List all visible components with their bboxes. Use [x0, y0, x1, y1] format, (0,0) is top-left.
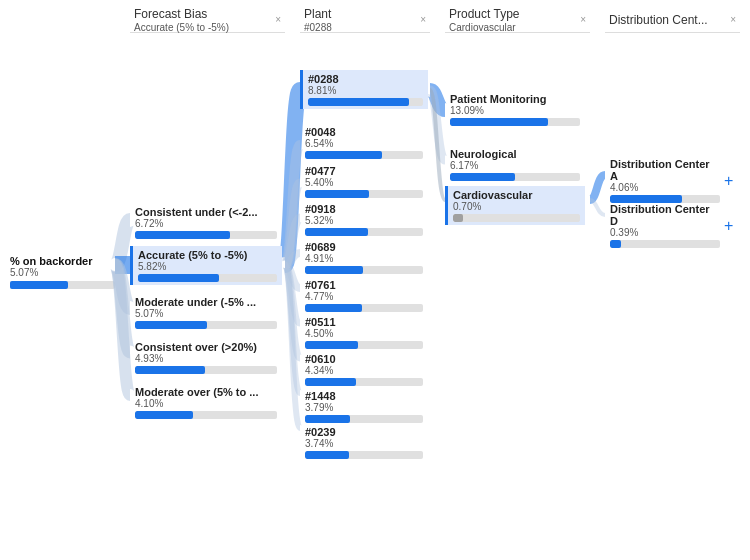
bar-container	[135, 321, 277, 329]
bar-container	[453, 214, 580, 222]
node-value: 6.17%	[450, 160, 580, 171]
dist-a-plus-button[interactable]: +	[724, 172, 733, 190]
bar-container	[450, 173, 580, 181]
node-value: 13.09%	[450, 105, 580, 116]
product-type-close[interactable]: ×	[580, 14, 586, 25]
bar-fill	[305, 190, 369, 198]
bar-container	[305, 341, 423, 349]
node-label: #0288	[308, 73, 423, 85]
bar-container	[135, 231, 277, 239]
bar-fill	[135, 366, 205, 374]
prodtype-node-cardio[interactable]: Cardiovascular 0.70%	[445, 186, 585, 225]
node-label: #0477	[305, 165, 423, 177]
bar-container	[305, 151, 423, 159]
plant-node-1448[interactable]: #1448 3.79%	[300, 387, 428, 426]
forecast-bias-title: Forecast Bias	[134, 7, 229, 21]
plant-node-0918[interactable]: #0918 5.32%	[300, 200, 428, 239]
node-value: 6.54%	[305, 138, 423, 149]
plant-node-0511[interactable]: #0511 4.50%	[300, 313, 428, 352]
node-value: 6.72%	[135, 218, 277, 229]
forecast-bias-header: Forecast Bias Accurate (5% to -5%) ×	[130, 5, 285, 37]
dist-center-column-header: Distribution Cent... ×	[605, 5, 740, 33]
plant-close[interactable]: ×	[420, 14, 426, 25]
bar-container	[138, 274, 277, 282]
sankey-chart: % on backorder 5.07% Forecast Bias Accur…	[0, 0, 750, 560]
bias-node-consistent-over[interactable]: Consistent over (>20%) 4.93%	[130, 338, 282, 377]
node-value: 0.39%	[610, 227, 720, 238]
node-label: Patient Monitoring	[450, 93, 580, 105]
node-value: 4.50%	[305, 328, 423, 339]
bar-container	[450, 118, 580, 126]
product-type-title: Product Type	[449, 7, 520, 21]
prodtype-node-patient[interactable]: Patient Monitoring 13.09%	[445, 90, 585, 129]
node-label: #0511	[305, 316, 423, 328]
plant-subtitle: #0288	[304, 22, 332, 33]
bar-fill	[138, 274, 219, 282]
plant-title: Plant	[304, 7, 332, 21]
plant-node-0477[interactable]: #0477 5.40%	[300, 162, 428, 201]
node-label: Moderate over (5% to ...	[135, 386, 277, 398]
prodtype-node-neuro[interactable]: Neurological 6.17%	[445, 145, 585, 184]
bar-fill	[135, 321, 207, 329]
dist-center-title: Distribution Cent...	[609, 13, 708, 27]
forecast-bias-column-header: Forecast Bias Accurate (5% to -5%) ×	[130, 5, 285, 33]
forecast-bias-subtitle: Accurate (5% to -5%)	[134, 22, 229, 33]
node-value: 3.74%	[305, 438, 423, 449]
node-value: 4.06%	[610, 182, 720, 193]
bias-node-moderate-under[interactable]: Moderate under (-5% ... 5.07%	[130, 293, 282, 332]
node-label: Cardiovascular	[453, 189, 580, 201]
dist-node-a[interactable]: Distribution Center A 4.06% +	[605, 155, 733, 206]
bar-container	[305, 378, 423, 386]
dist-center-header: Distribution Cent... ×	[605, 5, 740, 37]
node-label: Distribution Center D	[610, 203, 720, 227]
dist-node-d[interactable]: Distribution Center D 0.39% +	[605, 200, 733, 251]
node-value: 4.10%	[135, 398, 277, 409]
node-label: Neurological	[450, 148, 580, 160]
node-label: #1448	[305, 390, 423, 402]
bar-container	[305, 266, 423, 274]
bar-container	[135, 366, 277, 374]
plant-node-0610[interactable]: #0610 4.34%	[300, 350, 428, 389]
node-value: 5.07%	[135, 308, 277, 319]
plant-node-0288[interactable]: #0288 8.81%	[300, 70, 428, 109]
node-value: 0.70%	[453, 201, 580, 212]
node-label: Consistent over (>20%)	[135, 341, 277, 353]
node-value: 3.79%	[305, 402, 423, 413]
bias-node-accurate[interactable]: Accurate (5% to -5%) 5.82%	[130, 246, 282, 285]
bar-container	[610, 240, 720, 248]
columns-area: Forecast Bias Accurate (5% to -5%) × Con…	[0, 0, 750, 560]
forecast-bias-close[interactable]: ×	[275, 14, 281, 25]
bar-fill	[305, 266, 363, 274]
node-value: 8.81%	[308, 85, 423, 96]
plant-column-header: Plant #0288 ×	[300, 5, 430, 33]
node-label: Distribution Center A	[610, 158, 720, 182]
node-label: #0239	[305, 426, 423, 438]
bias-node-consistent-under[interactable]: Consistent under (<-2... 6.72%	[130, 203, 282, 242]
plant-node-0048[interactable]: #0048 6.54%	[300, 123, 428, 162]
bar-fill	[305, 341, 358, 349]
node-value: 5.32%	[305, 215, 423, 226]
bar-fill	[305, 415, 350, 423]
bar-fill	[308, 98, 409, 106]
bar-fill	[610, 240, 621, 248]
dist-center-close[interactable]: ×	[730, 14, 736, 25]
bar-fill	[135, 231, 230, 239]
bar-container	[305, 451, 423, 459]
bar-container	[305, 304, 423, 312]
bar-fill	[305, 378, 356, 386]
plant-node-0761[interactable]: #0761 4.77%	[300, 276, 428, 315]
product-type-column-header: Product Type Cardiovascular ×	[445, 5, 590, 33]
bar-fill	[450, 173, 515, 181]
dist-d-plus-button[interactable]: +	[724, 217, 733, 235]
bar-fill	[305, 228, 368, 236]
node-value: 4.77%	[305, 291, 423, 302]
bar-container	[305, 228, 423, 236]
bar-fill	[305, 451, 349, 459]
node-label: #0048	[305, 126, 423, 138]
bar-container	[135, 411, 277, 419]
plant-node-0239[interactable]: #0239 3.74%	[300, 423, 428, 462]
bar-container	[305, 415, 423, 423]
plant-node-0689[interactable]: #0689 4.91%	[300, 238, 428, 277]
bias-node-moderate-over[interactable]: Moderate over (5% to ... 4.10%	[130, 383, 282, 422]
product-type-subtitle: Cardiovascular	[449, 22, 520, 33]
